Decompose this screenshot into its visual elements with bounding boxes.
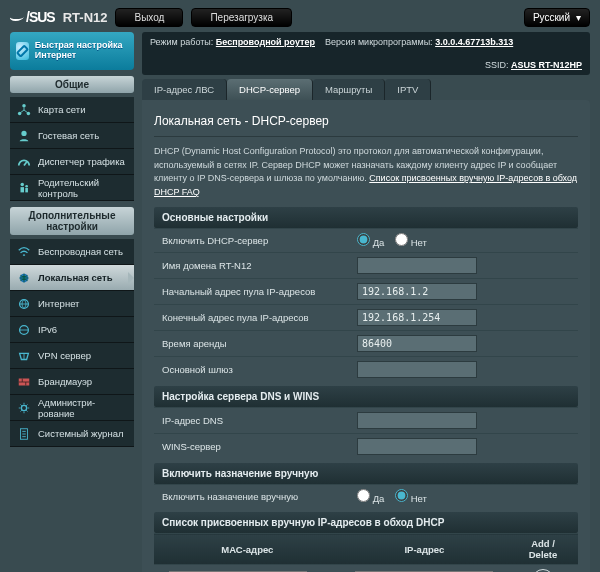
label-domain-name: Имя домена RT-N12: [154, 253, 349, 279]
svg-rect-7: [25, 188, 28, 192]
section-manual-enable: Включить назначение вручную: [154, 463, 578, 484]
svg-point-0: [22, 103, 26, 107]
input-gateway[interactable]: [357, 361, 477, 378]
sidebar-item-ipv6[interactable]: IPv6: [10, 317, 134, 343]
input-dns-ip[interactable]: [357, 412, 477, 429]
sidebar-item-label: Брандмауэр: [38, 376, 92, 387]
svg-point-5: [25, 184, 28, 187]
input-wins[interactable]: [357, 438, 477, 455]
sidebar-item-label: Гостевая сеть: [38, 130, 99, 141]
sidebar-item-label: Администри-рование: [38, 397, 128, 419]
radio-dhcp-no[interactable]: Нет: [395, 237, 427, 248]
sidebar-item-label: IPv6: [38, 324, 57, 335]
wifi-icon: [16, 244, 32, 260]
language-label: Русский: [533, 12, 570, 23]
label-pool-end: Конечный адрес пула IP-адресов: [154, 305, 349, 331]
radio-dhcp-yes[interactable]: Да: [357, 237, 384, 248]
sidebar-item-wireless[interactable]: Беспроводная сеть: [10, 239, 134, 265]
model-name: RT-N12: [63, 10, 108, 25]
vpn-icon: [16, 348, 32, 364]
sidebar-item-lan[interactable]: Локальная сеть: [10, 265, 134, 291]
label-pool-start: Начальный адрес пула IP-адресов: [154, 279, 349, 305]
globe-icon: [16, 296, 32, 312]
input-pool-start[interactable]: [357, 283, 477, 300]
ssid-link[interactable]: ASUS RT-N12HP: [511, 60, 582, 70]
traffic-icon: [16, 154, 32, 170]
log-icon: [16, 426, 32, 442]
reboot-button[interactable]: Перезагрузка: [191, 8, 292, 27]
sidebar-item-system-log[interactable]: Системный журнал: [10, 421, 134, 447]
sidebar-item-label: Локальная сеть: [38, 272, 113, 283]
col-mac: МАС-адрес: [154, 534, 341, 565]
page-description: DHCP (Dynamic Host Configuration Protoco…: [154, 145, 578, 199]
ipv6-icon: [16, 322, 32, 338]
logout-button[interactable]: Выход: [115, 8, 183, 27]
chevron-down-icon: ▾: [576, 12, 581, 23]
tab-routes[interactable]: Маршруты: [313, 79, 385, 100]
sidebar-item-label: Беспроводная сеть: [38, 246, 123, 257]
radio-manual-yes[interactable]: Да: [357, 493, 384, 504]
section-manual-list: Список присвоенных вручную IP-адресов в …: [154, 512, 578, 533]
label-enable-dhcp: Включить DHCP-сервер: [154, 229, 349, 253]
sidebar-item-label: Диспетчер трафика: [38, 156, 125, 167]
sidebar-item-parental-control[interactable]: Родительский контроль: [10, 175, 134, 201]
svg-point-4: [21, 182, 25, 186]
tab-iptv[interactable]: IPTV: [385, 79, 431, 100]
sidebar-item-label: Интернет: [38, 298, 79, 309]
section-basic-settings: Основные настройки: [154, 207, 578, 228]
quick-setup-button[interactable]: Быстрая настройка Интернет: [10, 32, 134, 70]
firmware-link[interactable]: 3.0.0.4.67713b.313: [435, 37, 513, 47]
sidebar-item-label: VPN сервер: [38, 350, 91, 361]
sidebar-item-label: Системный журнал: [38, 428, 123, 439]
col-action: Add / Delete: [508, 534, 578, 565]
input-domain-name[interactable]: [357, 257, 477, 274]
lan-icon: [16, 270, 32, 286]
sidebar-header-advanced: Дополнительные настройки: [10, 207, 134, 235]
label-lease-time: Время аренды: [154, 331, 349, 357]
sidebar-item-guest-network[interactable]: Гостевая сеть: [10, 123, 134, 149]
parental-icon: [16, 180, 32, 196]
sidebar-item-network-map[interactable]: Карта сети: [10, 97, 134, 123]
svg-rect-6: [21, 187, 25, 192]
sidebar-item-label: Карта сети: [38, 104, 85, 115]
sidebar-item-vpn[interactable]: VPN сервер: [10, 343, 134, 369]
input-pool-end[interactable]: [357, 309, 477, 326]
page-title: Локальная сеть - DHCP-сервер: [154, 110, 578, 137]
label-gateway: Основной шлюз: [154, 357, 349, 383]
radio-manual-no[interactable]: Нет: [395, 493, 427, 504]
gear-icon: [16, 400, 32, 416]
label-manual-enable: Включить назначение вручную: [154, 485, 349, 509]
input-lease-time[interactable]: [357, 335, 477, 352]
svg-point-12: [21, 405, 26, 410]
section-dns-wins: Настройка сервера DNS и WINS: [154, 386, 578, 407]
tab-lan-ip[interactable]: IP-адрес ЛВС: [142, 79, 227, 100]
brand-logo: /SUS: [10, 9, 55, 25]
info-bar: Режим работы: Беспроводной роутер Версия…: [142, 32, 590, 75]
col-ip: IP-адрес: [341, 534, 508, 565]
sidebar-item-label: Родительский контроль: [38, 177, 128, 199]
magic-wand-icon: [16, 42, 29, 60]
label-dns-ip: IP-адрес DNS: [154, 408, 349, 434]
label-wins: WINS-сервер: [154, 434, 349, 460]
sidebar-item-wan[interactable]: Интернет: [10, 291, 134, 317]
firewall-icon: [16, 374, 32, 390]
guest-icon: [16, 128, 32, 144]
sidebar-item-administration[interactable]: Администри-рование: [10, 395, 134, 421]
tab-dhcp-server[interactable]: DHCP-сервер: [227, 79, 313, 100]
sidebar-item-firewall[interactable]: Брандмауэр: [10, 369, 134, 395]
mode-link[interactable]: Беспроводной роутер: [216, 37, 315, 47]
sidebar-item-traffic-manager[interactable]: Диспетчер трафика: [10, 149, 134, 175]
sidebar-header-general: Общие: [10, 76, 134, 93]
network-map-icon: [16, 102, 32, 118]
language-select[interactable]: Русский ▾: [524, 8, 590, 27]
svg-point-3: [21, 130, 26, 135]
quick-setup-label: Быстрая настройка Интернет: [35, 41, 128, 61]
